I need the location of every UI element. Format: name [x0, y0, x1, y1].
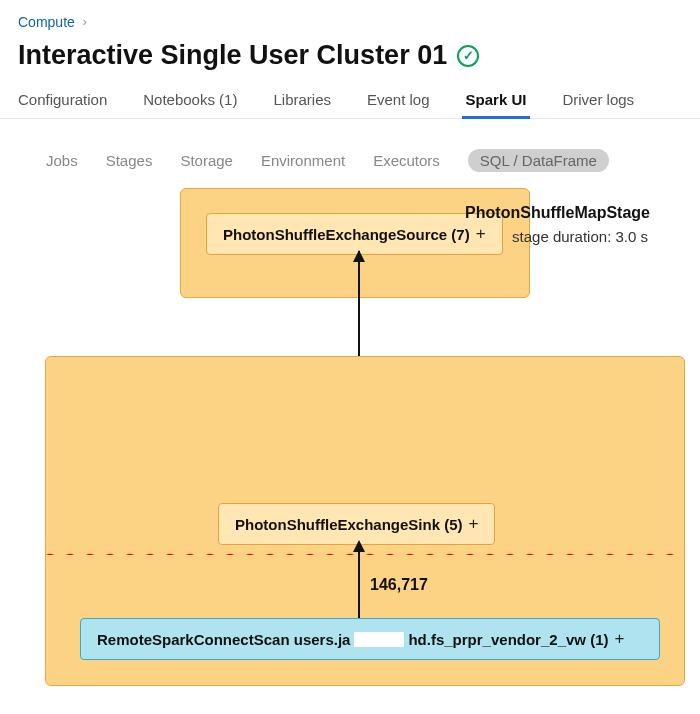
dag-op-shuffle-sink[interactable]: PhotonShuffleExchangeSink (5) + — [218, 503, 495, 545]
dag-edge-inner — [358, 542, 360, 618]
redacted-text — [354, 632, 404, 647]
page-title: Interactive Single User Cluster 01 ✓ — [0, 36, 700, 83]
subtab-sql[interactable]: SQL / DataFrame — [468, 149, 609, 172]
tab-configuration[interactable]: Configuration — [14, 83, 111, 118]
cluster-title: Interactive Single User Cluster 01 — [18, 40, 447, 71]
chevron-right-icon: › — [83, 15, 87, 29]
dag-op-shuffle-source[interactable]: PhotonShuffleExchangeSource (7) + — [206, 213, 503, 255]
primary-tabs: Configuration Notebooks (1) Libraries Ev… — [0, 83, 700, 119]
dag-op-remote-scan[interactable]: RemoteSparkConnectScan users.jahd.fs_prp… — [80, 618, 660, 660]
status-running-icon: ✓ — [457, 45, 479, 67]
spark-subtabs: Jobs Stages Storage Environment Executor… — [0, 119, 700, 188]
check-icon: ✓ — [463, 48, 474, 63]
breadcrumb-root[interactable]: Compute — [18, 14, 75, 30]
stage-title: PhotonShuffleMapStage — [465, 204, 650, 222]
tab-libraries[interactable]: Libraries — [269, 83, 335, 118]
subtab-executors[interactable]: Executors — [373, 152, 440, 169]
breadcrumb: Compute › — [0, 0, 700, 36]
tab-eventlog[interactable]: Event log — [363, 83, 434, 118]
dag-edge-label-inner: 146,717 — [370, 576, 428, 594]
op-label-suffix: hd.fs_prpr_vendor_2_vw (1) — [408, 631, 608, 648]
annotation-divider — [45, 547, 685, 555]
subtab-storage[interactable]: Storage — [180, 152, 233, 169]
op-label: PhotonShuffleExchangeSink (5) — [235, 516, 463, 533]
tab-sparkui[interactable]: Spark UI — [462, 83, 531, 118]
plus-icon[interactable]: + — [476, 224, 486, 244]
subtab-jobs[interactable]: Jobs — [46, 152, 78, 169]
tab-driverlogs[interactable]: Driver logs — [558, 83, 638, 118]
subtab-stages[interactable]: Stages — [106, 152, 153, 169]
dag-canvas: PhotonShuffleExchangeSource (7) + 200 Ph… — [10, 188, 690, 698]
arrow-up-icon — [353, 540, 365, 552]
tab-notebooks[interactable]: Notebooks (1) — [139, 83, 241, 118]
subtab-environment[interactable]: Environment — [261, 152, 345, 169]
op-label: PhotonShuffleExchangeSource (7) — [223, 226, 470, 243]
arrow-up-icon — [353, 250, 365, 262]
plus-icon[interactable]: + — [615, 629, 625, 649]
stage-duration: stage duration: 3.0 s — [512, 228, 648, 245]
op-label-prefix: RemoteSparkConnectScan users.ja — [97, 631, 350, 648]
plus-icon[interactable]: + — [469, 514, 479, 534]
